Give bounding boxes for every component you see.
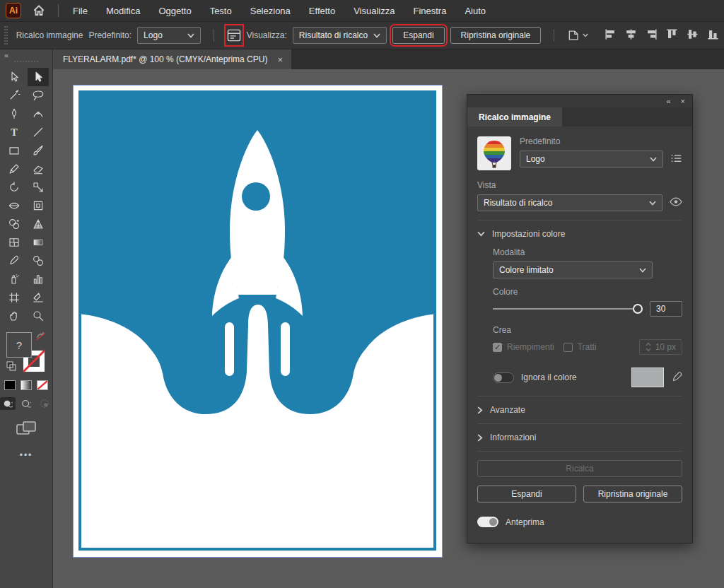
color-button[interactable] bbox=[4, 380, 16, 390]
tab-image-trace[interactable]: Ricalco immagine bbox=[467, 107, 562, 127]
strokes-label: Tratti bbox=[578, 342, 597, 352]
curvature-tool-icon[interactable] bbox=[28, 105, 49, 123]
menu-modifica[interactable]: Modifica bbox=[106, 6, 140, 16]
menu-testo[interactable]: Testo bbox=[210, 6, 232, 16]
toolbar-collapse-icon[interactable]: « bbox=[4, 51, 48, 59]
fills-checkbox[interactable]: ✓ bbox=[493, 343, 502, 352]
strokes-checkbox[interactable] bbox=[564, 343, 573, 352]
shaper-tool-icon[interactable] bbox=[4, 160, 25, 178]
menu-file[interactable]: File bbox=[73, 6, 88, 16]
align-right-icon[interactable] bbox=[645, 28, 658, 43]
align-bottom-icon[interactable] bbox=[706, 28, 720, 43]
artboard[interactable] bbox=[74, 86, 442, 557]
width-tool-icon[interactable] bbox=[4, 196, 25, 215]
options-bar-grip[interactable] bbox=[4, 26, 8, 45]
swap-fill-stroke-icon[interactable] bbox=[36, 332, 46, 342]
shape-builder-tool-icon[interactable] bbox=[4, 215, 25, 233]
align-top-icon[interactable] bbox=[665, 28, 679, 43]
color-slider[interactable] bbox=[493, 304, 643, 314]
preview-toggle[interactable] bbox=[477, 517, 498, 527]
slider-handle[interactable] bbox=[633, 304, 643, 314]
pasteboard[interactable]: « × Ricalco immagine bbox=[53, 69, 724, 588]
zoom-tool-icon[interactable] bbox=[28, 307, 49, 325]
draw-normal-icon[interactable] bbox=[0, 397, 16, 410]
panel-expand-button[interactable]: Espandi bbox=[477, 486, 576, 502]
lasso-tool-icon[interactable] bbox=[28, 86, 49, 105]
eye-icon[interactable] bbox=[670, 197, 682, 208]
align-h-center-icon[interactable] bbox=[624, 28, 638, 43]
type-tool-icon[interactable]: T bbox=[4, 123, 25, 141]
preset-menu-icon[interactable] bbox=[670, 153, 682, 165]
mode-dropdown[interactable]: Colore limitato bbox=[493, 261, 653, 278]
symbol-sprayer-tool-icon[interactable] bbox=[4, 270, 25, 288]
menu-finestra[interactable]: Finestra bbox=[413, 6, 446, 16]
artboard-tool-icon[interactable] bbox=[4, 288, 25, 307]
document-tab[interactable]: FLYERALARM.pdf* @ 100 % (CMYK/Anteprima … bbox=[53, 49, 291, 69]
trace-button[interactable]: Ricalca bbox=[477, 460, 682, 477]
rectangle-tool-icon[interactable] bbox=[4, 141, 25, 160]
align-v-center-icon[interactable] bbox=[686, 28, 699, 43]
toolbar-more-icon[interactable]: ••• bbox=[20, 450, 33, 460]
slice-tool-icon[interactable] bbox=[28, 288, 49, 307]
ignore-color-swatch[interactable] bbox=[631, 368, 664, 387]
menu-aiuto[interactable]: Aiuto bbox=[465, 6, 486, 16]
scale-tool-icon[interactable] bbox=[28, 178, 49, 196]
free-transform-tool-icon[interactable] bbox=[28, 196, 49, 215]
pen-tool-icon[interactable] bbox=[4, 105, 25, 123]
illustrator-logo-icon[interactable]: Ai bbox=[6, 3, 21, 18]
none-button[interactable] bbox=[37, 380, 48, 390]
section-color-settings[interactable]: Impostazioni colore bbox=[477, 229, 682, 239]
menu-effetto[interactable]: Effetto bbox=[309, 6, 335, 16]
draw-inside-icon[interactable] bbox=[37, 397, 52, 410]
artboard-options-icon[interactable] bbox=[567, 27, 588, 44]
menu-visualizza[interactable]: Visualizza bbox=[354, 6, 395, 16]
eyedropper-tool-icon[interactable] bbox=[4, 252, 25, 270]
paintbrush-tool-icon[interactable] bbox=[28, 141, 49, 160]
perspective-grid-tool-icon[interactable] bbox=[28, 215, 49, 233]
panel-collapse-icon[interactable]: « bbox=[666, 97, 670, 105]
stepper-arrows-icon[interactable] bbox=[646, 342, 651, 352]
mesh-tool-icon[interactable] bbox=[4, 233, 25, 252]
view-dropdown[interactable]: Risultato di ricalco bbox=[293, 27, 387, 44]
menu-seleziona[interactable]: Seleziona bbox=[250, 6, 291, 16]
align-left-icon[interactable] bbox=[604, 28, 617, 43]
chevron-down-icon bbox=[373, 33, 380, 38]
hand-tool-icon[interactable] bbox=[4, 307, 25, 325]
blend-tool-icon[interactable] bbox=[28, 252, 49, 270]
eraser-tool-icon[interactable] bbox=[28, 160, 49, 178]
gradient-button[interactable] bbox=[21, 380, 32, 390]
screen-mode-icon[interactable] bbox=[16, 420, 37, 439]
eyedropper-icon[interactable] bbox=[671, 371, 682, 384]
rotate-tool-icon[interactable] bbox=[4, 178, 25, 196]
stroke-width-stepper[interactable]: 10 px bbox=[639, 339, 682, 355]
column-graph-tool-icon[interactable] bbox=[28, 270, 49, 288]
panel-close-icon[interactable]: × bbox=[681, 97, 685, 105]
toolbar-grip[interactable] bbox=[14, 61, 38, 65]
line-segment-tool-icon[interactable] bbox=[28, 123, 49, 141]
gradient-tool-icon[interactable] bbox=[28, 233, 49, 252]
selection-tool-icon[interactable] bbox=[4, 68, 25, 86]
panel-reset-button[interactable]: Ripristina originale bbox=[583, 486, 682, 502]
section-informazioni[interactable]: Informazioni bbox=[477, 433, 682, 442]
menu-oggetto[interactable]: Oggetto bbox=[158, 6, 191, 16]
trace-panel-toggle-button[interactable] bbox=[227, 27, 241, 44]
section-advanced[interactable]: Avanzate bbox=[477, 405, 682, 415]
close-icon[interactable]: × bbox=[277, 54, 283, 65]
draw-behind-icon[interactable] bbox=[18, 397, 34, 410]
panel-view-dropdown[interactable]: Risultato di ricalco bbox=[477, 194, 662, 211]
ignore-color-toggle[interactable] bbox=[493, 372, 514, 383]
fill-swatch[interactable]: ? bbox=[6, 332, 32, 358]
preset-dropdown[interactable]: Logo bbox=[137, 27, 201, 44]
reset-original-button[interactable]: Ripristina originale bbox=[450, 27, 542, 44]
direct-selection-tool-icon[interactable] bbox=[28, 68, 49, 86]
chevron-down-icon bbox=[649, 201, 656, 206]
home-icon[interactable] bbox=[30, 3, 48, 18]
expand-button[interactable]: Espandi bbox=[392, 27, 444, 44]
color-value-input[interactable]: 30 bbox=[650, 301, 682, 317]
default-fill-stroke-icon[interactable] bbox=[6, 361, 16, 373]
rocket-launch-logo[interactable] bbox=[78, 90, 436, 551]
magic-wand-tool-icon[interactable] bbox=[4, 86, 25, 105]
preview-label: Anteprima bbox=[506, 517, 544, 527]
chevron-down-icon bbox=[650, 157, 657, 162]
panel-preset-dropdown[interactable]: Logo bbox=[520, 151, 663, 167]
